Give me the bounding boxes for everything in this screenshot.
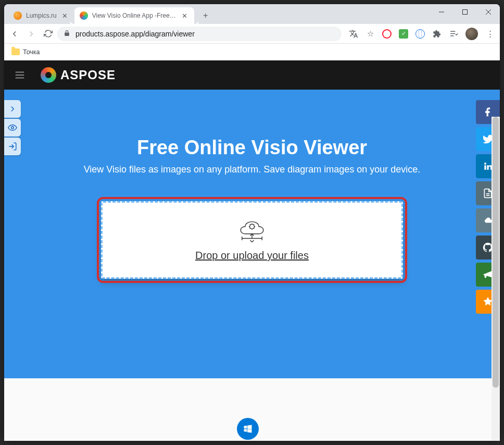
cloud-upload-icon [234, 216, 270, 242]
tab-aspose[interactable]: View Visio Online App -Free Onli ✕ [74, 7, 194, 24]
maximize-button[interactable] [453, 4, 476, 20]
lock-icon [64, 30, 70, 38]
adguard-extension-icon[interactable]: ✓ [399, 29, 408, 39]
chrome-menu-icon[interactable]: ⋮ [485, 29, 495, 39]
titlebar: Lumpics.ru ✕ View Visio Online App -Free… [4, 4, 500, 24]
dropzone-label: Drop or upload your files [195, 250, 309, 262]
login-icon[interactable] [4, 138, 21, 155]
addressbar: products.aspose.app/diagram/viewer ☆ ✓ ⋮ [4, 24, 500, 44]
bookmark-star-icon[interactable]: ☆ [366, 29, 375, 39]
svg-rect-1 [462, 10, 467, 15]
brand-name: ASPOSE [60, 68, 116, 82]
logo-swirl-icon [41, 67, 56, 83]
favicon-lumpics [14, 11, 22, 20]
tab-lumpics[interactable]: Lumpics.ru ✕ [8, 7, 74, 24]
site-header: ASPOSE [4, 60, 500, 90]
reload-button[interactable] [41, 27, 55, 41]
bookmarks-bar: Точка [4, 44, 500, 60]
url-input[interactable]: products.aspose.app/diagram/viewer [57, 27, 342, 41]
url-text: products.aspose.app/diagram/viewer [75, 30, 195, 38]
translate-icon[interactable] [349, 29, 358, 39]
reading-list-icon[interactable] [449, 29, 458, 39]
close-icon[interactable]: ✕ [61, 11, 69, 20]
forward-button[interactable] [24, 27, 39, 41]
svg-point-10 [11, 127, 14, 129]
scrollbar-thumb[interactable] [493, 117, 499, 388]
scrollbar[interactable] [492, 117, 500, 441]
left-side-tabs [4, 100, 21, 156]
back-button[interactable] [7, 27, 22, 41]
close-window-button[interactable] [476, 4, 500, 20]
tab-title: View Visio Online App -Free Onli [92, 12, 177, 19]
chevron-right-icon[interactable] [4, 100, 21, 118]
windows-icon [237, 418, 259, 440]
menu-button[interactable] [9, 65, 30, 85]
extensions-icon[interactable] [432, 29, 442, 39]
footer-preview [4, 378, 492, 441]
tab-title: Lumpics.ru [26, 12, 57, 19]
page-subtitle: View Visio files as images on any platfo… [4, 164, 500, 175]
file-dropzone[interactable]: Drop or upload your files [101, 201, 403, 279]
aspose-logo[interactable]: ASPOSE [41, 67, 116, 83]
profile-avatar[interactable] [465, 28, 478, 40]
folder-icon [11, 48, 20, 55]
page-title: Free Online Visio Viewer [4, 137, 500, 159]
favicon-aspose [80, 11, 88, 20]
close-icon[interactable]: ✕ [181, 11, 189, 20]
opera-extension-icon[interactable] [382, 29, 392, 39]
new-tab-button[interactable]: + [198, 8, 213, 23]
globe-extension-icon[interactable] [415, 29, 425, 39]
minimize-button[interactable] [430, 4, 453, 20]
eye-icon[interactable] [4, 119, 21, 137]
bookmark-item[interactable]: Точка [23, 48, 40, 56]
